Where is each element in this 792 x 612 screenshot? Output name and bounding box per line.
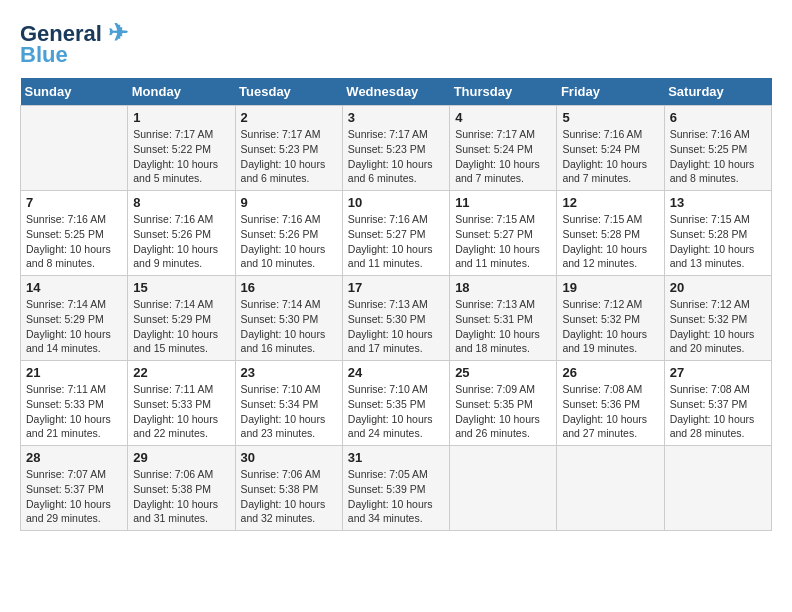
day-number: 1	[133, 110, 229, 125]
calendar-cell: 5 Sunrise: 7:16 AMSunset: 5:24 PMDayligh…	[557, 106, 664, 191]
calendar-cell: 18 Sunrise: 7:13 AMSunset: 5:31 PMDaylig…	[450, 276, 557, 361]
calendar-cell: 31 Sunrise: 7:05 AMSunset: 5:39 PMDaylig…	[342, 446, 449, 531]
calendar-cell: 21 Sunrise: 7:11 AMSunset: 5:33 PMDaylig…	[21, 361, 128, 446]
day-info: Sunrise: 7:08 AMSunset: 5:36 PMDaylight:…	[562, 382, 658, 441]
day-number: 25	[455, 365, 551, 380]
calendar-cell: 4 Sunrise: 7:17 AMSunset: 5:24 PMDayligh…	[450, 106, 557, 191]
day-info: Sunrise: 7:10 AMSunset: 5:35 PMDaylight:…	[348, 382, 444, 441]
day-number: 19	[562, 280, 658, 295]
calendar-cell: 8 Sunrise: 7:16 AMSunset: 5:26 PMDayligh…	[128, 191, 235, 276]
calendar-body: 1 Sunrise: 7:17 AMSunset: 5:22 PMDayligh…	[21, 106, 772, 531]
day-number: 9	[241, 195, 337, 210]
day-number: 29	[133, 450, 229, 465]
calendar-cell: 29 Sunrise: 7:06 AMSunset: 5:38 PMDaylig…	[128, 446, 235, 531]
calendar-cell: 26 Sunrise: 7:08 AMSunset: 5:36 PMDaylig…	[557, 361, 664, 446]
page-header: General ✈ Blue	[20, 20, 772, 68]
day-info: Sunrise: 7:16 AMSunset: 5:26 PMDaylight:…	[133, 212, 229, 271]
day-number: 5	[562, 110, 658, 125]
day-number: 18	[455, 280, 551, 295]
day-info: Sunrise: 7:15 AMSunset: 5:28 PMDaylight:…	[670, 212, 766, 271]
calendar-cell: 10 Sunrise: 7:16 AMSunset: 5:27 PMDaylig…	[342, 191, 449, 276]
day-info: Sunrise: 7:16 AMSunset: 5:25 PMDaylight:…	[670, 127, 766, 186]
calendar-cell: 20 Sunrise: 7:12 AMSunset: 5:32 PMDaylig…	[664, 276, 771, 361]
day-info: Sunrise: 7:16 AMSunset: 5:26 PMDaylight:…	[241, 212, 337, 271]
calendar-cell: 6 Sunrise: 7:16 AMSunset: 5:25 PMDayligh…	[664, 106, 771, 191]
calendar-week-row: 1 Sunrise: 7:17 AMSunset: 5:22 PMDayligh…	[21, 106, 772, 191]
day-number: 21	[26, 365, 122, 380]
day-number: 24	[348, 365, 444, 380]
day-info: Sunrise: 7:08 AMSunset: 5:37 PMDaylight:…	[670, 382, 766, 441]
day-info: Sunrise: 7:05 AMSunset: 5:39 PMDaylight:…	[348, 467, 444, 526]
weekday-header-monday: Monday	[128, 78, 235, 106]
day-info: Sunrise: 7:06 AMSunset: 5:38 PMDaylight:…	[133, 467, 229, 526]
day-number: 6	[670, 110, 766, 125]
calendar-cell: 17 Sunrise: 7:13 AMSunset: 5:30 PMDaylig…	[342, 276, 449, 361]
calendar-cell: 22 Sunrise: 7:11 AMSunset: 5:33 PMDaylig…	[128, 361, 235, 446]
calendar-cell: 27 Sunrise: 7:08 AMSunset: 5:37 PMDaylig…	[664, 361, 771, 446]
calendar-cell: 16 Sunrise: 7:14 AMSunset: 5:30 PMDaylig…	[235, 276, 342, 361]
day-number: 31	[348, 450, 444, 465]
calendar-cell: 7 Sunrise: 7:16 AMSunset: 5:25 PMDayligh…	[21, 191, 128, 276]
calendar-cell: 12 Sunrise: 7:15 AMSunset: 5:28 PMDaylig…	[557, 191, 664, 276]
day-number: 11	[455, 195, 551, 210]
weekday-header-wednesday: Wednesday	[342, 78, 449, 106]
day-number: 7	[26, 195, 122, 210]
day-info: Sunrise: 7:13 AMSunset: 5:30 PMDaylight:…	[348, 297, 444, 356]
calendar-cell: 23 Sunrise: 7:10 AMSunset: 5:34 PMDaylig…	[235, 361, 342, 446]
day-info: Sunrise: 7:06 AMSunset: 5:38 PMDaylight:…	[241, 467, 337, 526]
day-number: 20	[670, 280, 766, 295]
calendar-cell: 28 Sunrise: 7:07 AMSunset: 5:37 PMDaylig…	[21, 446, 128, 531]
day-number: 30	[241, 450, 337, 465]
weekday-header-sunday: Sunday	[21, 78, 128, 106]
calendar-cell: 14 Sunrise: 7:14 AMSunset: 5:29 PMDaylig…	[21, 276, 128, 361]
calendar-cell: 19 Sunrise: 7:12 AMSunset: 5:32 PMDaylig…	[557, 276, 664, 361]
day-info: Sunrise: 7:17 AMSunset: 5:22 PMDaylight:…	[133, 127, 229, 186]
day-info: Sunrise: 7:14 AMSunset: 5:29 PMDaylight:…	[26, 297, 122, 356]
day-number: 10	[348, 195, 444, 210]
day-number: 22	[133, 365, 229, 380]
calendar-cell	[664, 446, 771, 531]
day-info: Sunrise: 7:15 AMSunset: 5:27 PMDaylight:…	[455, 212, 551, 271]
weekday-header-row: SundayMondayTuesdayWednesdayThursdayFrid…	[21, 78, 772, 106]
weekday-header-friday: Friday	[557, 78, 664, 106]
calendar-cell: 15 Sunrise: 7:14 AMSunset: 5:29 PMDaylig…	[128, 276, 235, 361]
calendar-cell: 30 Sunrise: 7:06 AMSunset: 5:38 PMDaylig…	[235, 446, 342, 531]
day-number: 2	[241, 110, 337, 125]
calendar-cell	[21, 106, 128, 191]
day-info: Sunrise: 7:17 AMSunset: 5:23 PMDaylight:…	[241, 127, 337, 186]
weekday-header-tuesday: Tuesday	[235, 78, 342, 106]
calendar-cell: 2 Sunrise: 7:17 AMSunset: 5:23 PMDayligh…	[235, 106, 342, 191]
weekday-header-thursday: Thursday	[450, 78, 557, 106]
calendar-cell: 13 Sunrise: 7:15 AMSunset: 5:28 PMDaylig…	[664, 191, 771, 276]
day-info: Sunrise: 7:17 AMSunset: 5:24 PMDaylight:…	[455, 127, 551, 186]
day-info: Sunrise: 7:09 AMSunset: 5:35 PMDaylight:…	[455, 382, 551, 441]
day-info: Sunrise: 7:11 AMSunset: 5:33 PMDaylight:…	[133, 382, 229, 441]
day-number: 23	[241, 365, 337, 380]
day-info: Sunrise: 7:16 AMSunset: 5:24 PMDaylight:…	[562, 127, 658, 186]
day-number: 8	[133, 195, 229, 210]
calendar-week-row: 28 Sunrise: 7:07 AMSunset: 5:37 PMDaylig…	[21, 446, 772, 531]
calendar-week-row: 14 Sunrise: 7:14 AMSunset: 5:29 PMDaylig…	[21, 276, 772, 361]
day-info: Sunrise: 7:15 AMSunset: 5:28 PMDaylight:…	[562, 212, 658, 271]
day-info: Sunrise: 7:07 AMSunset: 5:37 PMDaylight:…	[26, 467, 122, 526]
day-number: 28	[26, 450, 122, 465]
calendar-cell: 3 Sunrise: 7:17 AMSunset: 5:23 PMDayligh…	[342, 106, 449, 191]
day-number: 3	[348, 110, 444, 125]
logo: General ✈ Blue	[20, 20, 128, 68]
day-info: Sunrise: 7:16 AMSunset: 5:27 PMDaylight:…	[348, 212, 444, 271]
day-info: Sunrise: 7:17 AMSunset: 5:23 PMDaylight:…	[348, 127, 444, 186]
day-info: Sunrise: 7:14 AMSunset: 5:29 PMDaylight:…	[133, 297, 229, 356]
calendar-week-row: 7 Sunrise: 7:16 AMSunset: 5:25 PMDayligh…	[21, 191, 772, 276]
weekday-header-saturday: Saturday	[664, 78, 771, 106]
calendar-cell: 24 Sunrise: 7:10 AMSunset: 5:35 PMDaylig…	[342, 361, 449, 446]
calendar-cell	[557, 446, 664, 531]
day-number: 27	[670, 365, 766, 380]
calendar-cell	[450, 446, 557, 531]
logo-blue: Blue	[20, 42, 68, 68]
day-info: Sunrise: 7:12 AMSunset: 5:32 PMDaylight:…	[562, 297, 658, 356]
day-number: 26	[562, 365, 658, 380]
calendar-cell: 11 Sunrise: 7:15 AMSunset: 5:27 PMDaylig…	[450, 191, 557, 276]
calendar-cell: 1 Sunrise: 7:17 AMSunset: 5:22 PMDayligh…	[128, 106, 235, 191]
calendar-table: SundayMondayTuesdayWednesdayThursdayFrid…	[20, 78, 772, 531]
day-info: Sunrise: 7:16 AMSunset: 5:25 PMDaylight:…	[26, 212, 122, 271]
